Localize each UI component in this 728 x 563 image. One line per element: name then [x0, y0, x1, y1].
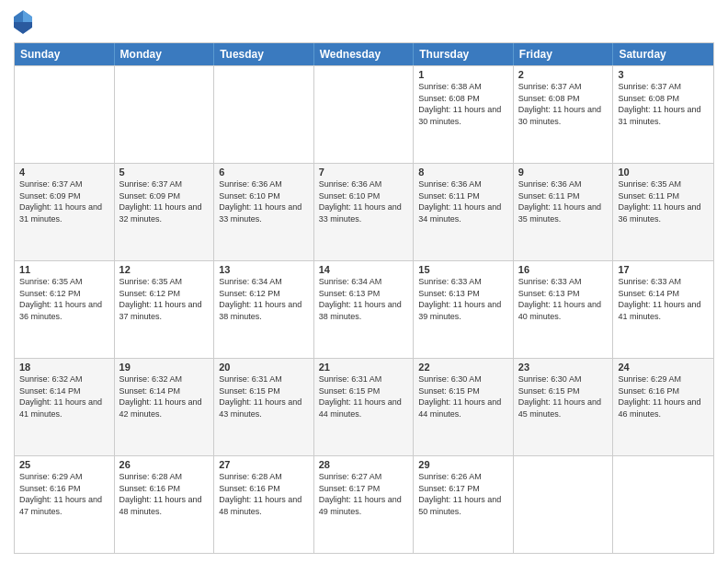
calendar-row-3: 18Sunrise: 6:32 AMSunset: 6:14 PMDayligh… — [15, 358, 713, 455]
day-number: 4 — [19, 167, 109, 178]
day-info: Sunrise: 6:31 AMSunset: 6:15 PMDaylight:… — [319, 373, 409, 419]
day-number: 11 — [19, 264, 109, 275]
header-day-wednesday: Wednesday — [314, 43, 415, 65]
day-number: 14 — [319, 264, 409, 275]
calendar-cell: 14Sunrise: 6:34 AMSunset: 6:13 PMDayligh… — [314, 261, 415, 358]
day-number: 26 — [119, 459, 210, 470]
calendar-cell — [15, 66, 115, 163]
calendar-cell: 13Sunrise: 6:34 AMSunset: 6:12 PMDayligh… — [214, 261, 314, 358]
calendar-header: SundayMondayTuesdayWednesdayThursdayFrid… — [15, 43, 713, 65]
calendar-cell: 18Sunrise: 6:32 AMSunset: 6:14 PMDayligh… — [15, 359, 115, 455]
day-info: Sunrise: 6:34 AMSunset: 6:13 PMDaylight:… — [319, 276, 409, 322]
day-info: Sunrise: 6:30 AMSunset: 6:15 PMDaylight:… — [518, 373, 609, 419]
svg-marker-1 — [23, 10, 32, 22]
day-info: Sunrise: 6:37 AMSunset: 6:08 PMDaylight:… — [618, 81, 709, 127]
logo — [14, 9, 36, 35]
day-number: 23 — [518, 362, 609, 373]
day-number: 9 — [518, 167, 609, 178]
calendar-row-0: 1Sunrise: 6:38 AMSunset: 6:08 PMDaylight… — [15, 65, 713, 163]
day-number: 29 — [418, 459, 508, 470]
day-info: Sunrise: 6:38 AMSunset: 6:08 PMDaylight:… — [418, 81, 508, 127]
calendar-cell — [314, 66, 415, 163]
calendar-cell: 22Sunrise: 6:30 AMSunset: 6:15 PMDayligh… — [414, 359, 514, 455]
day-info: Sunrise: 6:37 AMSunset: 6:09 PMDaylight:… — [19, 178, 109, 224]
header-day-monday: Monday — [115, 43, 215, 65]
day-number: 12 — [119, 264, 210, 275]
calendar-cell: 17Sunrise: 6:33 AMSunset: 6:14 PMDayligh… — [613, 261, 713, 358]
day-number: 6 — [219, 167, 309, 178]
calendar-cell: 29Sunrise: 6:26 AMSunset: 6:17 PMDayligh… — [414, 456, 514, 553]
calendar-cell: 6Sunrise: 6:36 AMSunset: 6:10 PMDaylight… — [214, 164, 314, 260]
day-number: 2 — [518, 69, 609, 80]
day-info: Sunrise: 6:26 AMSunset: 6:17 PMDaylight:… — [418, 471, 508, 517]
day-number: 25 — [19, 459, 109, 470]
page: SundayMondayTuesdayWednesdayThursdayFrid… — [0, 0, 728, 563]
day-number: 21 — [319, 362, 409, 373]
day-info: Sunrise: 6:33 AMSunset: 6:13 PMDaylight:… — [418, 276, 508, 322]
calendar-cell — [514, 456, 614, 553]
calendar-row-4: 25Sunrise: 6:29 AMSunset: 6:16 PMDayligh… — [15, 455, 713, 553]
calendar-cell: 20Sunrise: 6:31 AMSunset: 6:15 PMDayligh… — [214, 359, 314, 455]
day-info: Sunrise: 6:36 AMSunset: 6:10 PMDaylight:… — [319, 178, 409, 224]
calendar-cell: 23Sunrise: 6:30 AMSunset: 6:15 PMDayligh… — [514, 359, 614, 455]
day-info: Sunrise: 6:36 AMSunset: 6:10 PMDaylight:… — [219, 178, 309, 224]
day-info: Sunrise: 6:36 AMSunset: 6:11 PMDaylight:… — [518, 178, 609, 224]
day-number: 1 — [418, 69, 508, 80]
calendar-cell: 21Sunrise: 6:31 AMSunset: 6:15 PMDayligh… — [314, 359, 415, 455]
calendar-cell: 4Sunrise: 6:37 AMSunset: 6:09 PMDaylight… — [15, 164, 115, 260]
calendar-cell: 3Sunrise: 6:37 AMSunset: 6:08 PMDaylight… — [613, 66, 713, 163]
calendar-cell: 7Sunrise: 6:36 AMSunset: 6:10 PMDaylight… — [314, 164, 415, 260]
calendar-cell: 24Sunrise: 6:29 AMSunset: 6:16 PMDayligh… — [613, 359, 713, 455]
calendar-cell — [115, 66, 215, 163]
day-number: 19 — [119, 362, 210, 373]
calendar-cell: 9Sunrise: 6:36 AMSunset: 6:11 PMDaylight… — [514, 164, 614, 260]
day-info: Sunrise: 6:27 AMSunset: 6:17 PMDaylight:… — [319, 471, 409, 517]
calendar-cell: 25Sunrise: 6:29 AMSunset: 6:16 PMDayligh… — [15, 456, 115, 553]
day-info: Sunrise: 6:36 AMSunset: 6:11 PMDaylight:… — [418, 178, 508, 224]
day-number: 16 — [518, 264, 609, 275]
day-info: Sunrise: 6:35 AMSunset: 6:12 PMDaylight:… — [19, 276, 109, 322]
calendar-cell: 2Sunrise: 6:37 AMSunset: 6:08 PMDaylight… — [514, 66, 614, 163]
calendar-body: 1Sunrise: 6:38 AMSunset: 6:08 PMDaylight… — [15, 65, 713, 553]
calendar-cell: 11Sunrise: 6:35 AMSunset: 6:12 PMDayligh… — [15, 261, 115, 358]
header-day-saturday: Saturday — [613, 43, 713, 65]
calendar-cell: 28Sunrise: 6:27 AMSunset: 6:17 PMDayligh… — [314, 456, 415, 553]
day-number: 20 — [219, 362, 309, 373]
day-info: Sunrise: 6:35 AMSunset: 6:11 PMDaylight:… — [618, 178, 709, 224]
day-number: 28 — [319, 459, 409, 470]
day-info: Sunrise: 6:29 AMSunset: 6:16 PMDaylight:… — [618, 373, 709, 419]
calendar-cell: 19Sunrise: 6:32 AMSunset: 6:14 PMDayligh… — [115, 359, 215, 455]
calendar-cell: 12Sunrise: 6:35 AMSunset: 6:12 PMDayligh… — [115, 261, 215, 358]
day-number: 22 — [418, 362, 508, 373]
day-info: Sunrise: 6:32 AMSunset: 6:14 PMDaylight:… — [19, 373, 109, 419]
day-info: Sunrise: 6:33 AMSunset: 6:13 PMDaylight:… — [518, 276, 609, 322]
day-info: Sunrise: 6:28 AMSunset: 6:16 PMDaylight:… — [219, 471, 309, 517]
calendar-cell: 26Sunrise: 6:28 AMSunset: 6:16 PMDayligh… — [115, 456, 215, 553]
header-day-sunday: Sunday — [15, 43, 115, 65]
day-number: 10 — [618, 167, 709, 178]
svg-marker-2 — [14, 22, 32, 34]
day-info: Sunrise: 6:37 AMSunset: 6:09 PMDaylight:… — [119, 178, 210, 224]
calendar-cell: 1Sunrise: 6:38 AMSunset: 6:08 PMDaylight… — [414, 66, 514, 163]
calendar-cell — [214, 66, 314, 163]
day-number: 17 — [618, 264, 709, 275]
calendar-cell: 10Sunrise: 6:35 AMSunset: 6:11 PMDayligh… — [613, 164, 713, 260]
day-number: 27 — [219, 459, 309, 470]
calendar-cell: 5Sunrise: 6:37 AMSunset: 6:09 PMDaylight… — [115, 164, 215, 260]
calendar-cell: 16Sunrise: 6:33 AMSunset: 6:13 PMDayligh… — [514, 261, 614, 358]
logo-icon — [14, 9, 32, 35]
day-info: Sunrise: 6:28 AMSunset: 6:16 PMDaylight:… — [119, 471, 210, 517]
day-info: Sunrise: 6:29 AMSunset: 6:16 PMDaylight:… — [19, 471, 109, 517]
calendar-cell: 27Sunrise: 6:28 AMSunset: 6:16 PMDayligh… — [214, 456, 314, 553]
header-day-thursday: Thursday — [414, 43, 514, 65]
day-number: 13 — [219, 264, 309, 275]
day-info: Sunrise: 6:32 AMSunset: 6:14 PMDaylight:… — [119, 373, 210, 419]
day-number: 3 — [618, 69, 709, 80]
calendar-cell: 8Sunrise: 6:36 AMSunset: 6:11 PMDaylight… — [414, 164, 514, 260]
calendar-cell: 15Sunrise: 6:33 AMSunset: 6:13 PMDayligh… — [414, 261, 514, 358]
day-info: Sunrise: 6:37 AMSunset: 6:08 PMDaylight:… — [518, 81, 609, 127]
day-number: 15 — [418, 264, 508, 275]
day-number: 5 — [119, 167, 210, 178]
day-number: 7 — [319, 167, 409, 178]
calendar-row-2: 11Sunrise: 6:35 AMSunset: 6:12 PMDayligh… — [15, 260, 713, 358]
